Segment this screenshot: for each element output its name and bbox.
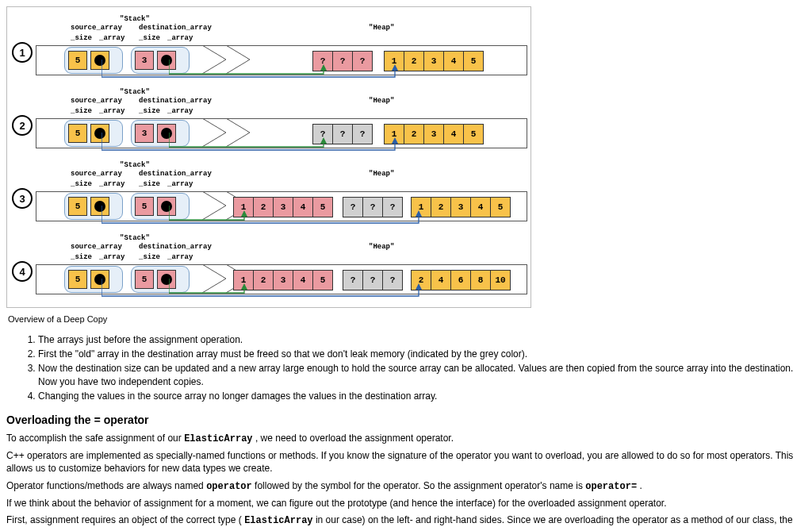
heap-cell: ? [352,51,373,71]
diagram-step-2: 2 "Stack" source_array destination_array… [12,88,530,150]
heap-cell: 3 [423,51,444,71]
list-item: The arrays just before the assignment op… [38,333,799,346]
list-item: First the "old" array in the destination… [38,348,799,360]
diagram-step-1: 1 "Stack" source_array destination_array… [12,15,530,77]
step-badge: 1 [12,42,33,63]
stack-heap-divider-icon [202,45,282,74]
section-heading: Overloading the = operator [6,414,806,427]
paragraph: First, assignment requires an object of … [6,514,806,527]
label-source-array: source_array [71,24,122,32]
paragraph: If we think about the behavior of assign… [6,497,806,510]
label-array: _array [99,34,124,42]
label-destination-array: destination_array [139,24,212,32]
heap-cell: 2 [404,51,424,71]
step-badge: 3 [12,188,33,209]
paragraph: C++ operators are implemented as special… [6,449,806,475]
step-badge: 2 [12,115,33,136]
stack-heap-divider-icon [202,118,282,147]
deep-copy-figure: 1 "Stack" source_array destination_array… [6,6,531,308]
step-badge: 4 [12,261,33,282]
label-stack: "Stack" [120,15,150,23]
step-explanation-list: The arrays just before the assignment op… [24,333,806,402]
diagram-step-4: 4 "Stack" source_array destination_array… [12,234,530,296]
heap-cell: ? [332,51,353,71]
heap-block-b: 1 2 3 4 5 [385,51,484,71]
heap-block-a: ? ? ? [313,51,373,71]
label-heap: "Heap" [369,24,394,32]
heap-cell: ? [312,51,333,71]
paragraph: Operator functions/methods are always na… [6,479,806,493]
source-struct: 5 [64,47,123,74]
label-size: _size [139,34,160,42]
heap-cell: 4 [443,51,464,71]
list-item: Now the destination size can be updated … [38,362,799,387]
heap-cell: 5 [463,51,484,71]
figure-caption: Overview of a Deep Copy [6,311,806,330]
paragraph: To accomplish the safe assignment of our… [6,432,806,445]
size-cell: 5 [68,51,87,70]
label-array: _array [167,34,193,42]
size-cell: 3 [135,51,154,70]
pointer-cell [157,51,176,70]
pointer-cell [90,51,109,70]
list-item: Changing the values in the source array … [38,390,799,402]
destination-struct: 3 [131,47,190,74]
diagram-step-3: 3 "Stack" source_array destination_array… [12,161,530,223]
label-size: _size [71,34,92,42]
heap-cell: 1 [384,51,404,71]
